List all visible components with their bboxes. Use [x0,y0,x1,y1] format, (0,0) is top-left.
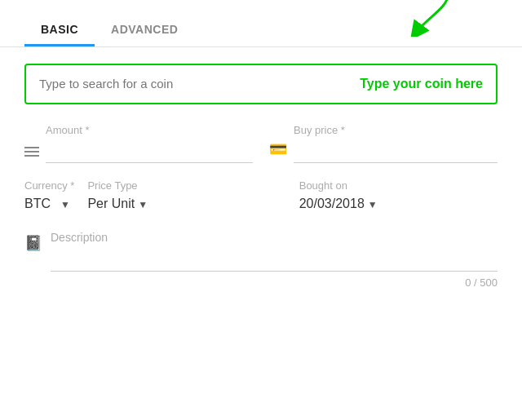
currency-arrow-icon: ▼ [60,199,70,210]
currency-group: Currency * BTC ▼ [24,179,74,211]
dropdown-row: Currency * BTC ▼ Price Type Per Unit ▼ B… [24,179,498,211]
bought-on-value: 20/03/2018 [299,197,365,211]
currency-dropdown[interactable]: BTC ▼ [24,197,74,211]
price-type-dropdown[interactable]: Per Unit ▼ [87,197,285,211]
currency-value: BTC [24,197,57,211]
amount-field: Amount * [46,124,253,163]
amount-buyprice-row: Amount * 💳 Buy price * [24,124,498,163]
price-type-arrow-icon: ▼ [138,199,148,210]
buyprice-input[interactable] [294,141,498,163]
price-type-value: Per Unit [87,197,135,211]
search-box-wrapper: Type your coin here [24,64,498,104]
currency-label: Currency * [24,179,74,192]
amount-input[interactable] [46,141,253,163]
dollar-icon: 💳 [269,140,287,158]
price-type-label: Price Type [87,179,285,192]
tabs-container: BASIC ADVANCED [0,0,522,47]
tab-basic[interactable]: BASIC [24,15,95,46]
description-row: 📓 Description 0 / 500 [24,231,498,289]
amount-label: Amount * [46,124,253,136]
bought-on-group: Bought on 20/03/2018 ▼ [299,179,498,211]
char-count: 0 / 500 [51,276,498,289]
description-label: Description [51,231,498,244]
form-content: Type your coin here Amount * 💳 Buy price… [0,47,522,316]
buyprice-field: Buy price * [294,124,498,163]
bought-on-label: Bought on [299,179,498,192]
buyprice-field-group: 💳 Buy price * [269,124,498,163]
tab-advanced[interactable]: ADVANCED [95,15,194,46]
description-field-wrap: Description 0 / 500 [51,231,498,289]
price-type-group: Price Type Per Unit ▼ [87,179,285,211]
hamburger-icon [24,147,39,157]
buyprice-label: Buy price * [294,124,498,136]
bought-on-dropdown[interactable]: 20/03/2018 ▼ [299,197,498,211]
description-icon: 📓 [24,234,42,252]
description-input[interactable] [51,249,498,272]
amount-field-group: Amount * [24,124,253,163]
arrow-annotation [400,0,457,37]
search-input[interactable] [39,77,483,91]
bought-on-arrow-icon: ▼ [368,199,378,210]
